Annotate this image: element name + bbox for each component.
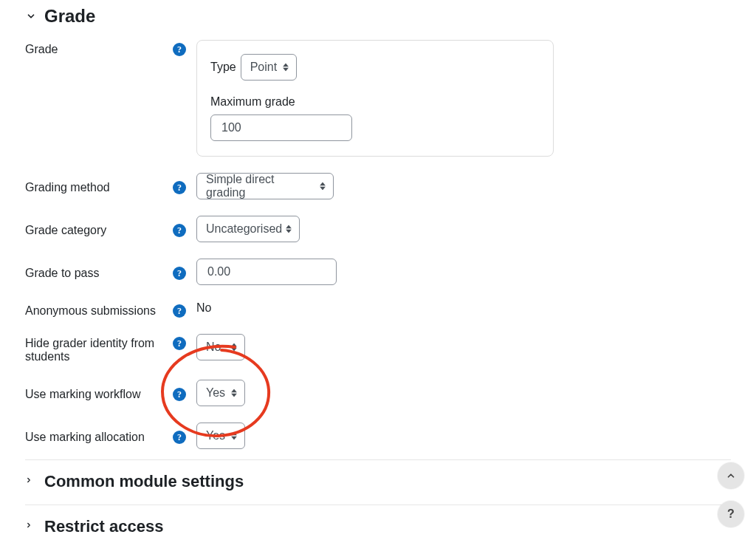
help-icon[interactable]: ?	[173, 337, 186, 350]
select-marking-allocation[interactable]: Yes	[196, 423, 245, 449]
help-icon[interactable]: ?	[173, 267, 186, 280]
input-grade-to-pass[interactable]	[196, 259, 337, 285]
help-icon[interactable]: ?	[173, 431, 186, 444]
caret-icon	[231, 389, 237, 397]
chevron-right-icon	[25, 475, 34, 488]
help-icon[interactable]: ?	[173, 181, 186, 194]
divider	[25, 504, 731, 505]
label-grade: Grade	[25, 40, 173, 56]
input-max-grade[interactable]	[210, 114, 352, 141]
label-max-grade: Maximum grade	[210, 95, 535, 109]
chevron-up-icon	[726, 471, 736, 481]
label-grading-method: Grading method	[25, 178, 173, 194]
label-type: Type	[210, 61, 236, 74]
section-title: Common module settings	[44, 472, 244, 491]
label-hide-grader: Hide grader identity from students	[25, 334, 173, 363]
divider	[25, 459, 731, 460]
select-marking-workflow[interactable]: Yes	[196, 380, 245, 406]
section-header-restrict[interactable]: Restrict access	[25, 508, 731, 537]
caret-icon	[286, 225, 292, 233]
select-grade-category[interactable]: Uncategorised	[196, 216, 300, 242]
section-header-grade[interactable]: Grade	[25, 6, 731, 27]
grade-panel: Type Point Maximum grade	[196, 40, 554, 157]
section-title: Grade	[44, 6, 95, 27]
section-title: Restrict access	[44, 517, 163, 536]
floating-help-button[interactable]: ?	[718, 501, 744, 527]
label-grade-to-pass: Grade to pass	[25, 264, 173, 280]
scroll-to-top-button[interactable]	[718, 462, 744, 489]
label-anonymous: Anonymous submissions	[25, 301, 173, 318]
caret-icon	[231, 343, 237, 352]
section-header-common[interactable]: Common module settings	[25, 463, 731, 500]
chevron-right-icon	[25, 520, 34, 533]
select-grade-type[interactable]: Point	[241, 54, 297, 81]
help-icon[interactable]: ?	[173, 43, 186, 56]
help-icon[interactable]: ?	[173, 388, 186, 401]
label-grade-category: Grade category	[25, 221, 173, 237]
caret-icon	[320, 182, 326, 191]
label-marking-workflow: Use marking workflow	[25, 385, 173, 401]
value-anonymous: No	[196, 301, 731, 315]
caret-icon	[231, 432, 237, 440]
chevron-down-icon	[25, 10, 37, 22]
question-icon: ?	[727, 507, 735, 521]
help-icon[interactable]: ?	[173, 224, 186, 237]
help-icon[interactable]: ?	[173, 304, 186, 318]
select-grading-method[interactable]: Simple direct grading	[196, 173, 334, 199]
caret-icon	[283, 64, 289, 72]
label-marking-allocation: Use marking allocation	[25, 428, 173, 444]
select-hide-grader[interactable]: No	[196, 334, 245, 360]
